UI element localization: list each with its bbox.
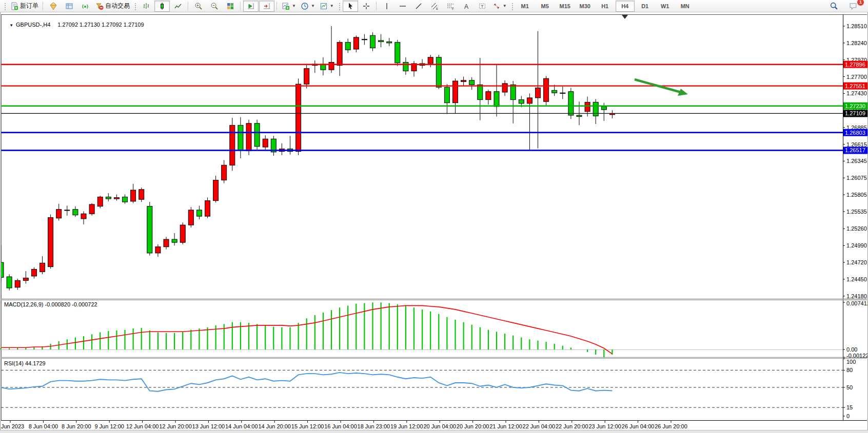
- timeframe-button-w1[interactable]: W1: [656, 1, 675, 12]
- timeframe-button-m15[interactable]: M15: [556, 1, 575, 12]
- timeframe-button-h1[interactable]: H1: [596, 1, 615, 12]
- price-tick-label: 1.26345: [846, 158, 867, 164]
- text-button[interactable]: A: [459, 1, 474, 12]
- price-tick-label: 1.26075: [846, 175, 867, 181]
- chevron-down-icon: ▼: [330, 4, 334, 8]
- main-toolbar: 新订单 自动交易 ▼ ▼: [0, 0, 868, 12]
- time-axis-label: 8 Jun 20:00: [62, 423, 91, 429]
- toolbar-separator: [43, 2, 44, 11]
- signals-button[interactable]: [77, 1, 93, 12]
- pane-splitter[interactable]: [0, 357, 868, 359]
- templates-button[interactable]: ▼: [318, 1, 336, 12]
- rsi-pane: 1008050150: [1, 359, 856, 419]
- time-axis-label: 20 Jun 20:00: [457, 423, 489, 429]
- rsi-axis-label: 80: [846, 367, 853, 373]
- crosshair-icon: [362, 2, 370, 10]
- new-order-label: 新订单: [20, 2, 38, 10]
- data-window-button[interactable]: [62, 1, 77, 12]
- chevron-down-icon: ▼: [503, 4, 507, 8]
- timeframe-button-mn[interactable]: MN: [676, 1, 695, 12]
- time-axis-label: 12 Jun 20:00: [159, 423, 192, 429]
- auto-trading-button[interactable]: 自动交易: [93, 1, 132, 12]
- level-price-label: 1.27230: [845, 103, 865, 109]
- price-tick-label: 1.25260: [846, 225, 867, 232]
- fibonacci-button[interactable]: F: [443, 1, 458, 12]
- rsi-axis-label: 100: [846, 359, 856, 365]
- tile-windows-icon: [226, 2, 234, 10]
- arrows-button[interactable]: ▼: [490, 1, 509, 12]
- search-button[interactable]: [826, 1, 841, 12]
- tile-windows-button[interactable]: [223, 1, 238, 12]
- chat-bubble-icon: [849, 2, 858, 10]
- time-axis-label: 14 Jun 20:00: [258, 423, 291, 429]
- timeframe-button-m1[interactable]: M1: [516, 1, 535, 12]
- toolbar-grip[interactable]: [4, 2, 6, 10]
- data-window-icon: [65, 2, 73, 10]
- toolbar-grip[interactable]: [134, 2, 136, 10]
- time-axis-label: 16 Jun 04:00: [324, 423, 357, 429]
- timeframe-button-h4[interactable]: H4: [616, 1, 635, 12]
- candlestick-chart-icon: [158, 2, 166, 10]
- text-label-button[interactable]: T: [475, 1, 490, 12]
- candlestick-chart-button[interactable]: [154, 1, 170, 12]
- timeframe-button-m30[interactable]: M30: [576, 1, 595, 12]
- toolbar-separator: [277, 2, 278, 11]
- chart-title: ▼GBPUSD-,H41.27092 1.27130 1.27092 1.271…: [6, 15, 144, 28]
- search-icon: [830, 2, 838, 10]
- svg-text:E: E: [436, 7, 438, 10]
- time-axis-label: 26 Jun 04:00: [622, 423, 655, 429]
- line-chart-button[interactable]: [170, 1, 186, 12]
- price-tick-label: 1.27430: [846, 90, 867, 96]
- rsi-indicator-label: RSI(14) 44.1729: [4, 360, 46, 366]
- vertical-line-button[interactable]: [379, 1, 394, 12]
- collapse-icon[interactable]: ▼: [9, 23, 13, 28]
- chart-shift-button[interactable]: [259, 1, 274, 12]
- time-axis-label: 22 Jun 04:00: [523, 423, 556, 429]
- timeframe-buttons: M1M5M15M30H1H4D1W1MN: [516, 1, 695, 12]
- price-tick-label: 1.24450: [846, 276, 867, 282]
- notifications-button[interactable]: 1: [845, 1, 861, 12]
- line-chart-icon: [174, 2, 182, 10]
- chevron-down-icon: ▼: [311, 4, 315, 8]
- level-price-label: 1.27896: [845, 61, 865, 68]
- level-price-label: 1.27551: [845, 83, 865, 89]
- equidistant-channel-button[interactable]: E: [427, 1, 442, 12]
- time-axis-label: 8 Jun 04:00: [29, 423, 58, 429]
- toolbar-grip[interactable]: [511, 2, 514, 10]
- rsi-line: [1, 373, 612, 391]
- periods-button[interactable]: ▼: [299, 1, 317, 12]
- time-axis-label: 18 Jun 23:00: [358, 423, 390, 429]
- rsi-axis-label: 0: [846, 413, 850, 419]
- chart-ohlc-values: 1.27092 1.27130 1.27092 1.27109: [57, 22, 144, 28]
- horizontal-line-button[interactable]: [395, 1, 410, 12]
- auto-trading-label: 自动交易: [105, 2, 130, 10]
- market-watch-icon: [49, 2, 57, 10]
- new-order-button[interactable]: 新订单: [8, 1, 41, 12]
- cursor-button[interactable]: [343, 1, 358, 12]
- chart-plot-area[interactable]: [1, 14, 843, 299]
- level-price-label: 1.26803: [845, 130, 865, 136]
- bar-chart-icon: [142, 2, 150, 10]
- toolbar-separator: [188, 2, 189, 11]
- indicators-button[interactable]: ▼: [280, 1, 298, 12]
- bar-chart-button[interactable]: [139, 1, 154, 12]
- time-axis-label: 14 Jun 04:00: [225, 423, 258, 429]
- time-axis-label: 20 Jun 04:00: [423, 423, 456, 429]
- auto-scroll-button[interactable]: [243, 1, 259, 12]
- market-watch-button[interactable]: [46, 1, 61, 12]
- toolbar-grip[interactable]: [338, 2, 341, 10]
- zoom-out-button[interactable]: [207, 1, 222, 12]
- trendline-button[interactable]: [411, 1, 426, 12]
- notification-badge: 1: [857, 0, 864, 6]
- templates-icon: [320, 2, 328, 10]
- level-price-label: 1.26517: [845, 147, 865, 153]
- timeframe-button-d1[interactable]: D1: [636, 1, 655, 12]
- zoom-in-button[interactable]: [191, 1, 206, 12]
- timeframe-button-m5[interactable]: M5: [536, 1, 555, 12]
- chart-canvas[interactable]: 1.285101.282401.279701.277001.274301.271…: [0, 0, 868, 433]
- svg-text:A: A: [464, 3, 468, 10]
- chart-symbol: GBPUSD-,H4: [16, 22, 50, 28]
- chevron-down-icon: ▼: [292, 4, 296, 8]
- crosshair-button[interactable]: [359, 1, 374, 12]
- macd-indicator-label: MACD(12,26,9) -0.000820 -0.000722: [4, 301, 97, 307]
